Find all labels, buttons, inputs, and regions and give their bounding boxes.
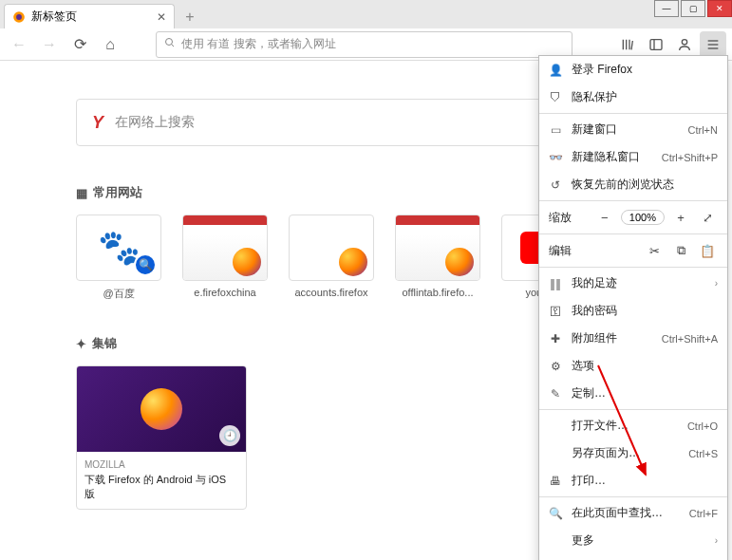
key-icon: ⚿ xyxy=(549,305,562,318)
menu-shortcut: Ctrl+Shift+A xyxy=(662,333,718,345)
home-button[interactable]: ⌂ xyxy=(97,31,123,58)
svg-line-7 xyxy=(631,41,632,49)
menu-edit-row: 编辑 ✂ ⧉ 📋 xyxy=(539,236,727,265)
menu-open-file[interactable]: 打开文件… Ctrl+O xyxy=(539,412,727,439)
window-maximize-button[interactable]: ▢ xyxy=(681,0,705,17)
fullscreen-button[interactable]: ⤢ xyxy=(697,207,718,228)
menu-label: 恢复先前的浏览状态 xyxy=(572,177,718,193)
paste-button[interactable]: 📋 xyxy=(697,240,718,261)
menu-customize[interactable]: ✎ 定制… xyxy=(539,380,727,407)
chevron-right-icon: › xyxy=(715,535,718,546)
menu-shortcut: Ctrl+Shift+P xyxy=(662,152,718,163)
firefox-mini-icon xyxy=(339,248,367,276)
svg-point-2 xyxy=(166,39,173,46)
search-icon xyxy=(164,37,176,51)
app-menu-panel: 👤 登录 Firefox ⛉ 隐私保护 ▭ 新建窗口 Ctrl+N 👓 新建隐私… xyxy=(538,55,728,560)
menu-passwords[interactable]: ⚿ 我的密码 xyxy=(539,297,727,325)
copy-button[interactable]: ⧉ xyxy=(670,240,691,261)
menu-zoom-row: 缩放 − 100% + ⤢ xyxy=(539,203,727,232)
browser-tab[interactable]: 新标签页 ✕ xyxy=(4,4,175,28)
account-button[interactable] xyxy=(671,31,698,58)
history-badge-icon: 🕘 xyxy=(219,425,240,446)
tile-baidu[interactable]: 🐾🔍 @百度 xyxy=(76,215,161,301)
menu-options[interactable]: ⚙ 选项 xyxy=(539,352,727,380)
highlight-title: 下载 Firefox 的 Android 与 iOS 版 xyxy=(84,473,238,501)
menu-label: 更多 xyxy=(572,532,705,549)
window-minimize-button[interactable]: — xyxy=(654,0,679,17)
sidebar-button[interactable] xyxy=(643,31,669,58)
edit-label: 编辑 xyxy=(549,243,572,259)
chevron-right-icon: › xyxy=(715,278,718,289)
menu-separator xyxy=(539,409,727,410)
hero-search-placeholder: 在网络上搜索 xyxy=(115,114,195,131)
restore-icon: ↺ xyxy=(549,178,562,192)
menu-label: 定制… xyxy=(572,385,718,401)
mask-icon: 👓 xyxy=(549,151,562,164)
menu-find[interactable]: 🔍 在此页面中查找… Ctrl+F xyxy=(539,499,727,527)
menu-privacy[interactable]: ⛉ 隐私保护 xyxy=(539,84,727,111)
library-button[interactable] xyxy=(614,31,641,58)
menu-separator xyxy=(539,267,727,268)
gear-icon: ⚙ xyxy=(549,360,562,373)
highlight-thumb: 🕘 xyxy=(77,366,246,452)
window-close-button[interactable]: ✕ xyxy=(707,0,732,17)
menu-addons[interactable]: ✚ 附加组件 Ctrl+Shift+A xyxy=(539,325,727,352)
svg-point-1 xyxy=(16,14,22,20)
svg-line-3 xyxy=(172,45,175,47)
zoom-label: 缩放 xyxy=(549,210,572,226)
firefox-favicon-icon xyxy=(12,10,26,24)
highlight-card[interactable]: 🕘 MOZILLA 下载 Firefox 的 Android 与 iOS 版 xyxy=(76,365,247,510)
tile-offlintab[interactable]: offlintab.firefo... xyxy=(395,215,480,301)
svg-point-10 xyxy=(682,39,686,44)
svg-rect-8 xyxy=(650,39,662,49)
menu-label: 打印… xyxy=(572,473,718,489)
cut-button[interactable]: ✂ xyxy=(644,240,665,261)
menu-label: 在此页面中查找… xyxy=(572,505,680,521)
menu-signin[interactable]: 👤 登录 Firefox xyxy=(539,56,727,84)
menu-shortcut: Ctrl+F xyxy=(689,508,718,519)
menu-label: 附加组件 xyxy=(572,330,652,346)
tab-close-icon[interactable]: ✕ xyxy=(157,10,166,24)
menu-save-as[interactable]: 另存页面为… Ctrl+S xyxy=(539,439,727,467)
menu-label: 登录 Firefox xyxy=(572,62,718,78)
menu-more[interactable]: 更多 › xyxy=(539,527,727,554)
menu-shortcut: Ctrl+O xyxy=(687,420,718,432)
menu-library[interactable]: ‖‖ 我的足迹 › xyxy=(539,270,727,297)
menu-separator xyxy=(539,496,727,497)
forward-button[interactable]: → xyxy=(36,31,63,58)
menu-new-private[interactable]: 👓 新建隐私窗口 Ctrl+Shift+P xyxy=(539,143,727,171)
tile-firefoxchina[interactable]: e.firefoxchina xyxy=(182,215,268,301)
highlights-icon: ✦ xyxy=(76,337,86,351)
puzzle-icon: ✚ xyxy=(549,332,562,345)
tile-accounts-firefox[interactable]: accounts.firefox xyxy=(289,215,374,301)
menu-shortcut: Ctrl+S xyxy=(688,448,718,459)
tab-title: 新标签页 xyxy=(31,9,77,25)
menu-label: 我的密码 xyxy=(572,303,718,319)
zoom-value[interactable]: 100% xyxy=(621,210,665,225)
menu-separator xyxy=(539,233,727,234)
tile-label: e.firefoxchina xyxy=(182,287,268,298)
zoom-out-button[interactable]: − xyxy=(594,207,615,228)
menu-restore[interactable]: ↺ 恢复先前的浏览状态 xyxy=(539,171,727,198)
reload-button[interactable]: ⟳ xyxy=(66,31,93,58)
menu-label: 新建窗口 xyxy=(572,121,679,138)
menu-print[interactable]: 🖶 打印… xyxy=(539,467,727,495)
menu-webdev[interactable]: Web 开发者 › xyxy=(539,554,727,560)
grid-icon: ▦ xyxy=(76,186,87,200)
zoom-in-button[interactable]: + xyxy=(670,207,691,228)
menu-shortcut: Ctrl+N xyxy=(688,124,718,136)
firefox-mini-icon xyxy=(233,248,261,276)
new-tab-button[interactable]: + xyxy=(178,6,201,28)
library-icon: ‖‖ xyxy=(549,277,562,290)
menu-label: 新建隐私窗口 xyxy=(572,149,652,165)
print-icon: 🖶 xyxy=(549,475,562,488)
youdao-logo-icon: Y xyxy=(92,113,103,133)
menu-label: 打开文件… xyxy=(572,418,678,434)
address-bar[interactable]: 使用 有道 搜索，或者输入网址 xyxy=(156,31,572,58)
back-button[interactable]: ← xyxy=(6,31,32,58)
menu-new-window[interactable]: ▭ 新建窗口 Ctrl+N xyxy=(539,116,727,143)
hamburger-menu-button[interactable] xyxy=(700,31,726,58)
highlights-label: 集锦 xyxy=(92,335,117,352)
tile-label: offlintab.firefo... xyxy=(395,287,480,298)
menu-label: 另存页面为… xyxy=(572,445,679,461)
